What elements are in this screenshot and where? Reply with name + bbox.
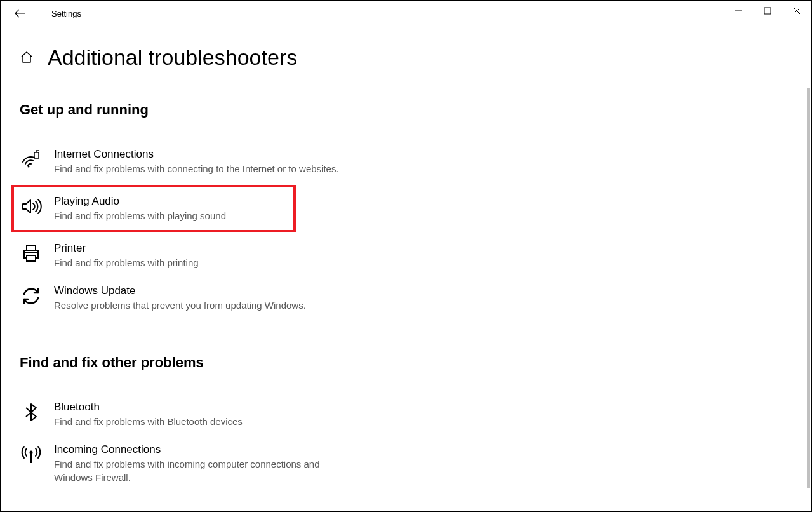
troubleshooter-text: Playing Audio Find and fix problems with… [54,195,288,222]
troubleshooter-title: Internet Connections [54,148,351,161]
troubleshooter-bluetooth[interactable]: Bluetooth Find and fix problems with Blu… [20,393,375,436]
speaker-icon [20,195,43,218]
troubleshooter-title: Bluetooth [54,401,351,414]
window-controls [724,1,811,21]
troubleshooter-title: Windows Update [54,285,351,297]
scrollbar[interactable] [807,88,810,488]
svg-rect-3 [27,246,36,250]
troubleshooter-desc: Find and fix problems with printing [54,256,351,269]
home-button[interactable] [20,50,35,65]
svg-point-6 [30,451,33,454]
troubleshooter-list-2: Bluetooth Find and fix problems with Blu… [20,393,811,492]
printer-icon [20,242,43,265]
minimize-button[interactable] [724,1,753,21]
troubleshooter-title: Printer [54,242,351,255]
page-header: Additional troubleshooters [20,45,811,70]
home-icon [20,50,34,64]
svg-rect-4 [24,250,38,252]
troubleshooter-list-1: Internet Connections Find and fix proble… [20,140,811,320]
troubleshooter-desc: Find and fix problems with incoming comp… [54,457,351,484]
maximize-icon [764,7,771,15]
sync-icon [20,285,43,307]
back-button[interactable] [7,1,32,26]
content-area: Additional troubleshooters Get up and ru… [1,26,811,492]
svg-point-1 [28,166,30,168]
wifi-icon [20,148,43,171]
minimize-icon [735,7,742,15]
troubleshooter-desc: Find and fix problems with connecting to… [54,162,351,175]
troubleshooter-text: Internet Connections Find and fix proble… [54,148,370,175]
troubleshooter-desc: Resolve problems that prevent you from u… [54,299,351,312]
page-title: Additional troubleshooters [48,45,297,70]
svg-rect-5 [27,255,36,261]
troubleshooter-desc: Find and fix problems with playing sound [54,209,269,222]
section-title-other: Find and fix other problems [20,354,811,371]
troubleshooter-text: Bluetooth Find and fix problems with Blu… [54,401,370,428]
section-title-running: Get up and running [20,102,811,118]
titlebar: Settings [1,1,811,26]
troubleshooter-text: Printer Find and fix problems with print… [54,242,370,269]
arrow-left-icon [14,8,25,19]
bluetooth-icon [20,401,43,424]
troubleshooter-incoming-connections[interactable]: Incoming Connections Find and fix proble… [20,436,375,492]
troubleshooter-printer[interactable]: Printer Find and fix problems with print… [20,234,375,277]
troubleshooter-text: Windows Update Resolve problems that pre… [54,285,370,312]
troubleshooter-desc: Find and fix problems with Bluetooth dev… [54,415,351,428]
antenna-icon [20,443,43,466]
close-button[interactable] [782,1,811,21]
troubleshooter-playing-audio[interactable]: Playing Audio Find and fix problems with… [11,185,296,232]
maximize-button[interactable] [753,1,782,21]
svg-rect-0 [764,8,771,14]
troubleshooter-title: Incoming Connections [54,443,351,456]
window-title: Settings [51,9,81,18]
close-icon [793,7,801,15]
troubleshooter-windows-update[interactable]: Windows Update Resolve problems that pre… [20,277,375,320]
troubleshooter-text: Incoming Connections Find and fix proble… [54,443,370,484]
svg-rect-2 [34,152,39,158]
troubleshooter-title: Playing Audio [54,195,269,208]
troubleshooter-internet-connections[interactable]: Internet Connections Find and fix proble… [20,140,375,183]
